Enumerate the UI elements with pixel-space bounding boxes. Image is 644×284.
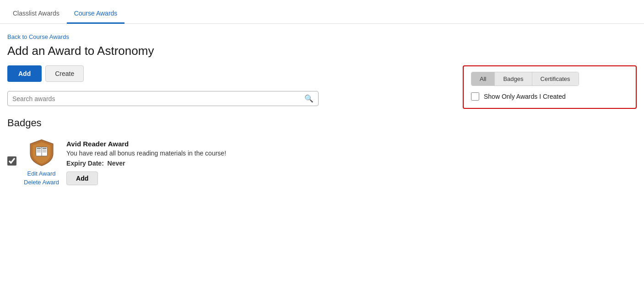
btn-group: Add Create	[7, 65, 454, 82]
award-description: You have read all bonus reading material…	[66, 150, 454, 157]
edit-award-link[interactable]: Edit Award	[27, 170, 56, 177]
page-title: Add an Award to Astronomy	[7, 44, 637, 58]
svg-rect-2	[37, 148, 41, 149]
search-bar: 🔍	[7, 91, 319, 106]
filter-all-button[interactable]: All	[471, 72, 495, 86]
tab-bar: Classlist Awards Course Awards	[0, 0, 644, 24]
badges-section-title: Badges	[7, 117, 454, 129]
type-filters: All Badges Certificates	[471, 72, 579, 86]
left-column: Add Create 🔍 Badges	[7, 65, 454, 206]
award-icon-wrap: Edit Award Delete Award	[24, 138, 59, 186]
svg-rect-6	[37, 151, 41, 152]
back-link[interactable]: Back to Course Awards	[7, 33, 69, 40]
search-icon: 🔍	[304, 94, 314, 103]
search-input[interactable]	[12, 95, 304, 102]
badge-icon	[27, 138, 56, 167]
layout: Add Create 🔍 Badges	[7, 65, 637, 206]
delete-award-link[interactable]: Delete Award	[24, 179, 59, 186]
tab-classlist[interactable]: Classlist Awards	[5, 4, 67, 24]
svg-rect-4	[37, 150, 41, 151]
filter-box: All Badges Certificates Show Only Awards…	[463, 65, 637, 109]
checkbox-row: Show Only Awards I Created	[471, 92, 628, 101]
create-button[interactable]: Create	[45, 65, 84, 82]
show-my-awards-label: Show Only Awards I Created	[484, 93, 566, 100]
svg-rect-7	[42, 151, 46, 152]
award-checkbox[interactable]	[7, 156, 16, 166]
right-column: All Badges Certificates Show Only Awards…	[463, 65, 637, 206]
award-expiry-value: Never	[108, 160, 125, 167]
award-add-button[interactable]: Add	[66, 171, 98, 185]
award-expiry: Expiry Date: Never	[66, 160, 454, 167]
award-expiry-label: Expiry Date:	[66, 160, 104, 167]
tab-course-awards[interactable]: Course Awards	[67, 4, 125, 24]
award-checkbox-wrap	[7, 156, 16, 167]
add-button[interactable]: Add	[7, 65, 42, 82]
award-name: Avid Reader Award	[66, 140, 454, 148]
award-edit-links: Edit Award Delete Award	[24, 170, 59, 186]
svg-rect-3	[42, 148, 46, 149]
award-item: Edit Award Delete Award Avid Reader Awar…	[7, 138, 454, 195]
award-info: Avid Reader Award You have read all bonu…	[66, 138, 454, 185]
svg-rect-5	[42, 150, 46, 151]
filter-badges-button[interactable]: Badges	[495, 72, 532, 86]
main-content: Back to Course Awards Add an Award to As…	[0, 24, 644, 215]
show-my-awards-checkbox[interactable]	[471, 92, 479, 101]
filter-certificates-button[interactable]: Certificates	[532, 72, 579, 86]
